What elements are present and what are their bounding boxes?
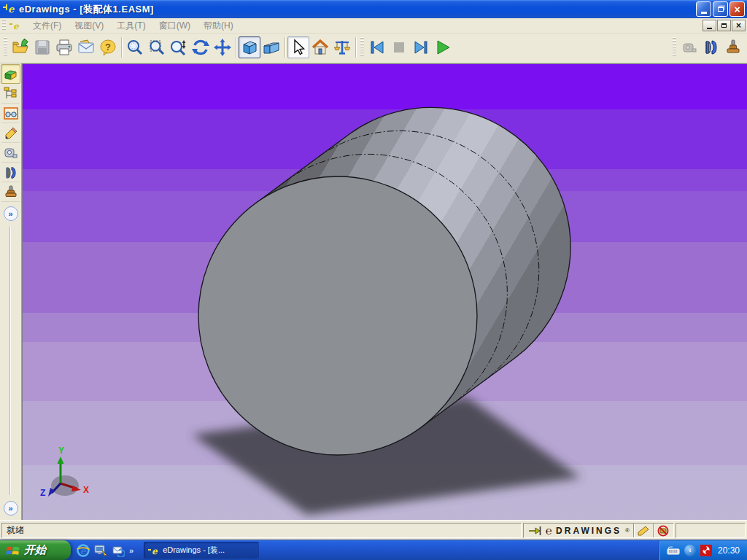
markup-pencil-icon (638, 526, 649, 536)
zoom-fit-icon (126, 39, 144, 56)
close-button[interactable]: × (729, 1, 745, 17)
sidebar-measure-button[interactable] (1, 143, 20, 163)
toolbar-separator-1 (121, 37, 122, 58)
menu-help[interactable]: 帮助(H) (197, 18, 240, 34)
task-edrawings-icon: e (148, 545, 160, 556)
tray-clock[interactable]: 20:30 (718, 545, 740, 556)
start-button[interactable]: 开始 (0, 540, 71, 560)
hide-tray-icons-button[interactable]: ‹ (684, 545, 696, 556)
toolbar-grip-1[interactable] (4, 37, 7, 57)
measure-disabled-icon (657, 525, 669, 537)
send-button[interactable] (75, 36, 97, 58)
sidebar-views-button[interactable] (1, 104, 20, 123)
menu-file[interactable]: 文件(F) (26, 18, 68, 34)
quick-launch-more-chevron[interactable]: » (129, 546, 133, 555)
toolbar-grip-2[interactable] (360, 37, 364, 57)
save-button[interactable] (31, 36, 53, 58)
side-panel: » » (0, 63, 22, 520)
svg-text:e: e (80, 545, 87, 556)
arrow-into-bar-icon (528, 526, 541, 535)
panel-expand-bottom-button[interactable]: » (4, 501, 18, 516)
status-divider-2 (653, 524, 654, 537)
panel-expand-top-button[interactable]: » (4, 206, 18, 221)
edrawings-app-icon: e (3, 3, 16, 15)
internet-explorer-icon[interactable]: e (77, 544, 90, 557)
windows-flag-icon (6, 544, 20, 557)
zoom-area-button[interactable] (146, 36, 168, 58)
open-button[interactable] (9, 36, 31, 58)
hidden-lines-display-button[interactable] (260, 36, 282, 58)
minimize-icon (701, 12, 707, 14)
ime-tray-icon[interactable] (700, 545, 712, 556)
keyboard-tray-icon[interactable] (667, 546, 680, 555)
animation-next-button[interactable] (410, 36, 432, 58)
zoom-inout-button[interactable] (168, 36, 190, 58)
measure-button[interactable] (678, 36, 700, 58)
shaded-cube-icon (241, 39, 258, 56)
help-button[interactable]: ? (97, 36, 119, 58)
sidebar-stamp-button[interactable] (1, 182, 20, 202)
menubar-grip[interactable] (2, 20, 6, 31)
open-folder-icon (12, 39, 29, 56)
show-desktop-icon[interactable] (94, 544, 107, 557)
stamp-button[interactable] (722, 36, 744, 58)
animation-stop-button[interactable] (388, 36, 410, 58)
axis-y-label: Y (58, 446, 64, 456)
balance-scale-icon (333, 39, 351, 56)
rotate-icon (192, 39, 209, 56)
svg-text:?: ? (105, 42, 111, 52)
panel-splitter[interactable] (8, 227, 14, 495)
menu-tools[interactable]: 工具(T) (110, 18, 152, 34)
cross-section-icon (703, 39, 720, 56)
document-icon: e (9, 20, 22, 31)
zoom-area-icon (148, 39, 166, 56)
menu-bar: e 文件(F) 视图(V) 工具(T) 窗口(W) 帮助(H) × (0, 18, 747, 34)
toolbar-grip-3[interactable] (673, 37, 676, 57)
viewport[interactable]: Y X Z (22, 63, 747, 520)
toolbar-separator-4 (355, 37, 356, 58)
status-text: 就绪 (7, 524, 24, 537)
home-view-button[interactable] (309, 36, 331, 58)
cross-section-button[interactable] (700, 36, 722, 58)
sidebar-markup-button[interactable] (1, 123, 20, 143)
outlook-express-icon[interactable] (112, 544, 125, 557)
section-icon (4, 166, 18, 180)
zoom-fit-button[interactable] (124, 36, 146, 58)
print-button[interactable] (53, 36, 75, 58)
window-title: eDrawings - [装配体1.EASM] (19, 3, 694, 16)
select-button[interactable] (287, 36, 309, 58)
mass-properties-button[interactable] (331, 36, 353, 58)
help-icon: ? (99, 39, 117, 56)
model-icon (4, 67, 18, 82)
animation-previous-button[interactable] (366, 36, 388, 58)
model-cylinder[interactable] (198, 107, 570, 455)
mdi-restore-button[interactable] (717, 20, 731, 31)
rotate-button[interactable] (190, 36, 212, 58)
logo-name: DRAWINGS (556, 526, 622, 536)
restore-icon (718, 7, 724, 12)
restore-button[interactable] (713, 1, 728, 17)
mdi-restore-icon (721, 23, 727, 28)
animation-play-button[interactable] (432, 36, 454, 58)
task-button-edrawings[interactable]: e eDrawings - [装... (144, 542, 259, 559)
minimize-button[interactable] (696, 1, 711, 17)
zoom-inout-icon (170, 39, 187, 56)
axis-z-label: Z (40, 488, 45, 498)
menu-view[interactable]: 视图(V) (68, 18, 110, 34)
home-icon (311, 39, 329, 56)
shaded-display-button[interactable] (239, 36, 260, 58)
menu-window[interactable]: 窗口(W) (152, 18, 197, 34)
edrawings-logo: ℮ DRAWINGS ® (546, 524, 630, 537)
status-brand-panel: ℮ DRAWINGS ® (523, 523, 674, 538)
measure-tape-icon (4, 146, 18, 160)
sidebar-model-button[interactable] (1, 64, 20, 84)
tape-measure-icon (681, 39, 698, 56)
mdi-close-button[interactable]: × (732, 20, 746, 31)
sidebar-components-button[interactable] (1, 84, 20, 104)
mdi-minimize-button[interactable] (703, 20, 716, 31)
pan-button[interactable] (212, 36, 233, 58)
status-bar: 就绪 ℮ DRAWINGS ® (0, 520, 747, 540)
sidebar-section-button[interactable] (1, 163, 20, 182)
mdi-minimize-icon (707, 28, 712, 29)
close-icon: × (734, 4, 740, 15)
